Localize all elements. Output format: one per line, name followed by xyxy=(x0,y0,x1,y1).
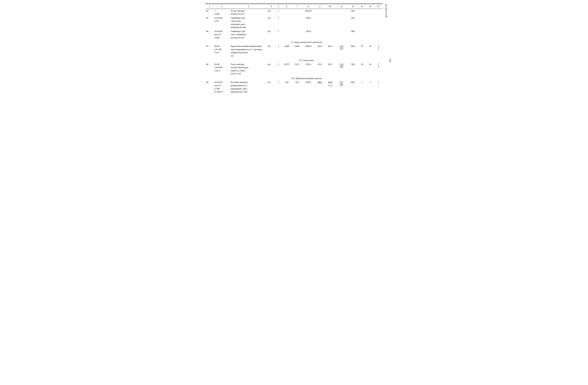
section-header: У. Склад запчастей и агрегатов xyxy=(205,40,383,44)
fraction-c11: 8,I2 I,65 xyxy=(340,81,343,86)
row-c6: 0,II xyxy=(282,80,292,94)
table-row: 48 I9-06п.I6-0293-I0-I Таль электри-ческ… xyxy=(205,62,383,76)
row-num: 49 xyxy=(205,80,214,94)
row-c13: 7 xyxy=(358,80,366,94)
row-c10: 43,8 за тн xyxy=(325,80,335,94)
row-c7: 0,I5 xyxy=(292,62,302,76)
row-c14 xyxy=(366,29,375,40)
row-num: 45 xyxy=(205,16,214,29)
row-desc: Кран консольный поворотный,грузоподъемно… xyxy=(230,44,267,58)
row-desc: Гайковерт длягаек колесгрузовых авто-моб… xyxy=(230,16,267,29)
fraction-denom: I,53 xyxy=(340,48,343,50)
row-c15 xyxy=(374,29,383,40)
row-code: 24-04-0Iп.I7I xyxy=(214,16,230,29)
header-col-15: I5 xyxy=(374,4,383,9)
row-c11 xyxy=(335,29,348,40)
row-num: 47 xyxy=(205,44,214,58)
row-c11 xyxy=(335,16,348,29)
row-num: 48 xyxy=(205,62,214,76)
section-num xyxy=(205,76,214,80)
side-label-top: 503-I-45.86 УП xyxy=(385,4,388,18)
row-qty: I xyxy=(275,80,281,94)
row-c6: 0,075 xyxy=(282,62,292,76)
row-c8: 402,05 xyxy=(302,9,315,16)
section-spacer xyxy=(214,76,230,80)
section-header: УП. Шиномонтажный участок xyxy=(205,76,383,80)
row-c13 xyxy=(358,16,366,29)
row-c8: 500,0 xyxy=(302,29,315,40)
header-col-4: 4 xyxy=(267,4,275,9)
fraction-numer: 8,I2 xyxy=(340,81,343,84)
row-c10 xyxy=(325,16,335,29)
side-label-bottom: - 186 - xyxy=(389,58,392,64)
header-row: I 2 3 4 5 6 7 8 9 IO II I2 I3 I4 I5 xyxy=(205,4,383,9)
row-num: 46 xyxy=(205,29,214,40)
row-c8: I560,0 xyxy=(302,44,315,58)
row-c13: 52 xyxy=(358,62,366,76)
header-col-6: 6 xyxy=(282,4,292,9)
header-col-13: I3 xyxy=(358,4,366,9)
row-c12: 500 xyxy=(348,62,358,76)
row-c12: 292 xyxy=(348,16,358,29)
row-c15: I - xyxy=(374,80,383,94)
row-desc: Гайковерт длягаек стремянокрессор И-322 xyxy=(230,29,267,40)
row-c13 xyxy=(358,29,366,40)
fraction-c15: 4 2 xyxy=(378,45,379,50)
row-desc: Таль электри-ческая грузоподъ-емность 25… xyxy=(230,62,267,76)
row-c14: 5 xyxy=(366,80,375,94)
row-c11 xyxy=(335,9,348,16)
fraction-c11: 3,34 I,46 xyxy=(340,63,343,68)
row-c13 xyxy=(358,9,366,16)
header-col-5: 5 xyxy=(275,4,281,9)
row-qty: I xyxy=(275,9,281,16)
row-c6 xyxy=(282,29,292,40)
fraction-c11: 3,56 I,53 xyxy=(340,45,343,50)
section-num xyxy=(205,58,214,62)
row-c7: I,600 xyxy=(292,44,302,58)
row-c9 xyxy=(315,16,325,29)
row-c6 xyxy=(282,9,292,16)
row-unit: шт xyxy=(267,80,275,94)
fraction-numer: 3,56 xyxy=(340,45,343,48)
section-title: УI. Склад шин xyxy=(230,58,383,62)
section-spacer xyxy=(214,40,230,44)
row-qty: I xyxy=(275,29,281,40)
row-code: I9-06п.I3-0II3-4-2 xyxy=(214,44,230,58)
row-c7: 0,II xyxy=(292,80,302,94)
row-c9 xyxy=(315,29,325,40)
sub-text: за тн xyxy=(328,84,332,86)
row-c10 xyxy=(325,9,335,16)
section-title: У. Склад запчастей и агрегатов xyxy=(230,40,383,44)
row-num: 44 xyxy=(205,9,214,16)
row-c10 xyxy=(325,29,335,40)
row-c12: I560 xyxy=(348,44,358,58)
main-table: I 2 3 4 5 6 7 8 9 IO II I2 I3 I4 I5 44 - xyxy=(205,4,383,94)
row-c10: 40,5 xyxy=(325,44,335,58)
table-row: 46 24-04-0Iдоп.32п.829 Гайковерт длягаек… xyxy=(205,29,383,40)
header-col-11: II xyxy=(335,4,348,9)
row-qty: I xyxy=(275,16,281,29)
row-c14: 4I xyxy=(366,62,375,76)
fraction-numer: 7 xyxy=(378,63,379,66)
section-num xyxy=(205,40,214,44)
row-unit: шт xyxy=(267,29,275,40)
header-col-12: I2 xyxy=(348,4,358,9)
fraction-denom: 2 xyxy=(378,48,379,50)
section-title: УП. Шиномонтажный участок xyxy=(230,76,383,80)
row-c6: I,600 xyxy=(282,44,292,58)
row-qty: 2 xyxy=(275,62,281,76)
row-c15: 4 2 xyxy=(374,44,383,58)
row-c14: 4I xyxy=(366,44,375,58)
fraction-numer: I xyxy=(378,81,379,84)
fraction-numer: 4 xyxy=(378,45,379,48)
row-c15: 7 3 xyxy=(374,62,383,76)
header-col-3: 3 xyxy=(230,4,267,9)
fraction-denom: I,65 xyxy=(340,84,343,86)
row-c8: 900,0 xyxy=(302,80,315,94)
fraction-c15: 7 3 xyxy=(378,63,379,68)
row-c10: 20,3 xyxy=(325,62,335,76)
row-c8: 250,0 xyxy=(302,62,315,76)
row-c11: 8,I2 I,65 xyxy=(335,80,348,94)
row-c9 xyxy=(315,9,325,16)
header-col-10: IO xyxy=(325,4,335,9)
